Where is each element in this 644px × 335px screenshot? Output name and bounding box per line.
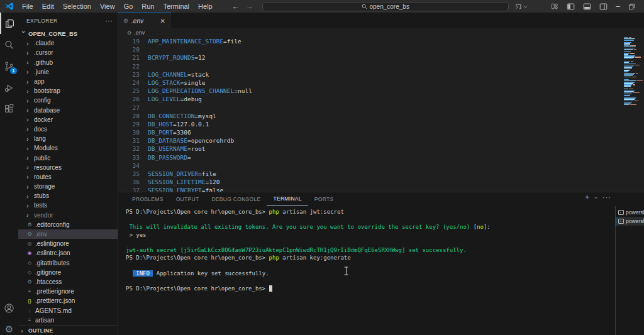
folder-modules[interactable]: ›Modules [18,143,118,153]
chevron-collapsed-icon: › [26,145,33,152]
accounts-icon[interactable] [0,297,18,319]
menu-terminal[interactable]: Terminal [159,3,194,10]
minimap[interactable] [623,37,644,113]
settings-gear-icon[interactable]: ⚙ [0,319,18,335]
folder-resources[interactable]: ›resources [18,163,118,172]
gear-file-icon: ⚙ [127,30,131,36]
menu-edit[interactable]: Edit [38,3,58,10]
code-line-25: 25LOG_DEPRECATIONS_CHANNEL=null [118,87,621,95]
file-prettierrc-json[interactable]: {}.prettierrc.json [18,296,118,305]
terminal-instance-powershell[interactable]: >powershell [616,217,644,226]
minimize-button[interactable]: – [616,3,620,9]
folder-docker[interactable]: ›docker [18,115,118,124]
toggle-primary-sidebar-icon[interactable] [567,3,575,11]
terminal-line [126,277,614,285]
close-tab-icon[interactable]: ✕ [160,18,165,25]
file-gitattributes[interactable]: ◇.gitattributes [18,258,118,268]
root-folder-label: OPEN_CORE_BS [28,30,77,37]
terminal-profile-chevron-icon[interactable] [594,195,598,200]
tree-item-label: .editorconfig [35,221,69,228]
folder-docs[interactable]: ›docs [18,124,118,134]
info-badge: INFO [133,270,153,277]
launch-profile-control[interactable] [515,3,528,10]
tree-item-label: config [34,97,51,104]
folder-routes[interactable]: ›routes [18,172,118,182]
panel-more-actions-icon[interactable]: ··· [602,194,611,201]
panel-tab-bar: PROBLEMSOUTPUTDEBUG CONSOLETERMINALPORTS [118,192,340,206]
run-and-debug-icon[interactable] [0,77,18,98]
launch-profile-icon [515,3,522,10]
bottom-panel: PROBLEMSOUTPUTDEBUG CONSOLETERMINALPORTS… [118,192,644,335]
lines-file-icon: ≡ [26,317,33,323]
outline-section[interactable]: › OUTLINE [18,325,118,335]
file-htaccess[interactable]: ⚙.htaccess [18,277,118,287]
panel-tab-terminal[interactable]: TERMINAL [267,193,308,206]
tree-item-label: .claude [34,40,54,47]
folder-stubs[interactable]: ›stubs [18,191,118,200]
toggle-secondary-sidebar-icon[interactable] [599,3,608,11]
source-control-icon[interactable]: 1 [0,55,18,77]
chevron-collapsed-icon: › [26,116,33,123]
folder-github[interactable]: ›.github [18,58,118,67]
vscode-window: FileEditSelectionViewGoRunTerminalHelp ←… [0,0,644,335]
menu-file[interactable]: File [18,3,38,10]
panel-tab-output[interactable]: OUTPUT [170,194,206,206]
folder-public[interactable]: ›public [18,153,118,162]
chevron-collapsed-icon: › [26,163,33,171]
new-terminal-icon[interactable]: + [585,193,589,202]
menu-view[interactable]: View [96,3,119,10]
extensions-icon[interactable] [0,98,18,119]
file-artisan[interactable]: ≡artisan [18,316,118,325]
diamond-file-icon: ◇ [26,260,33,266]
tree-item-label: app [34,78,45,85]
explorer-icon[interactable] [0,13,18,34]
file-prettierignore[interactable]: ≡.prettierignore [18,287,118,296]
menu-help[interactable]: Help [194,3,217,10]
forward-arrow-icon[interactable]: → [246,2,253,11]
chevron-expanded-icon: › [20,31,28,37]
file-env[interactable]: ⚙.env [18,229,118,239]
sidebar-more-actions[interactable]: ··· [105,18,113,23]
breadcrumb[interactable]: ⚙ .env [118,28,644,37]
folder-claude[interactable]: ›.claude [18,38,118,48]
folder-database[interactable]: ›database [18,106,118,115]
workspace-root-folder[interactable]: › OPEN_CORE_BS [18,29,118,38]
panel-tab-ports[interactable]: PORTS [308,194,340,206]
folder-cursor[interactable]: ›.cursor [18,48,118,57]
command-center-search[interactable]: open_core_bs [262,2,509,11]
file-eslintrc-json[interactable]: ◉.eslintrc.json [18,248,118,258]
code-line-31: 31DB_DATABASE=opencorehrdb [118,136,621,145]
line-number: 27 [118,104,140,112]
folder-bootstrap[interactable]: ›bootstrap [18,86,118,96]
line-number: 32 [118,145,140,153]
folder-junie[interactable]: ›.junie [18,67,118,77]
terminal-instance-powershell[interactable]: >powershell [616,208,644,217]
code-lines[interactable]: 19APP_MAINTENANCE_STORE=file2021BCRYPT_R… [118,37,621,192]
file-gitignore[interactable]: ◇.gitignore [18,268,118,277]
file-editorconfig[interactable]: ⚙.editorconfig [18,220,118,229]
folder-app[interactable]: ›app [18,77,118,86]
restore-button[interactable] [628,3,635,10]
code-line-26: 26LOG_LEVEL=debug [118,95,621,103]
file-eslintignore[interactable]: ◎.eslintignore [18,239,118,248]
folder-tests[interactable]: ›tests [18,200,118,210]
terminal-line: PS D:\Projects\Open core hr\open_core_bs… [126,285,614,292]
gear-file-icon: ⚙ [123,18,128,24]
file-agents-md[interactable]: ↓AGENTS.md [18,305,118,315]
menu-selection[interactable]: Selection [58,3,96,10]
folder-lang[interactable]: ›lang [18,134,118,143]
explorer-sidebar: EXPLORER ··· › OPEN_CORE_BS ›.claude›.cu… [18,13,118,335]
folder-vendor[interactable]: ›vendor [18,211,118,220]
toggle-panel-icon[interactable] [583,3,591,11]
tab-env[interactable]: ⚙ .env ✕ [118,13,171,28]
panel-tab-problems[interactable]: PROBLEMS [126,194,170,206]
terminal-output[interactable]: PS D:\Projects\Open core hr\open_core_bs… [118,206,614,335]
folder-config[interactable]: ›config [18,96,118,105]
menu-run[interactable]: Run [137,3,158,10]
back-arrow-icon[interactable]: ← [232,2,240,11]
panel-tab-debug-console[interactable]: DEBUG CONSOLE [205,194,267,206]
customize-layout-icon[interactable] [551,3,558,10]
menu-go[interactable]: Go [119,3,138,10]
folder-storage[interactable]: ›storage [18,182,118,191]
search-view-icon[interactable] [0,34,18,55]
